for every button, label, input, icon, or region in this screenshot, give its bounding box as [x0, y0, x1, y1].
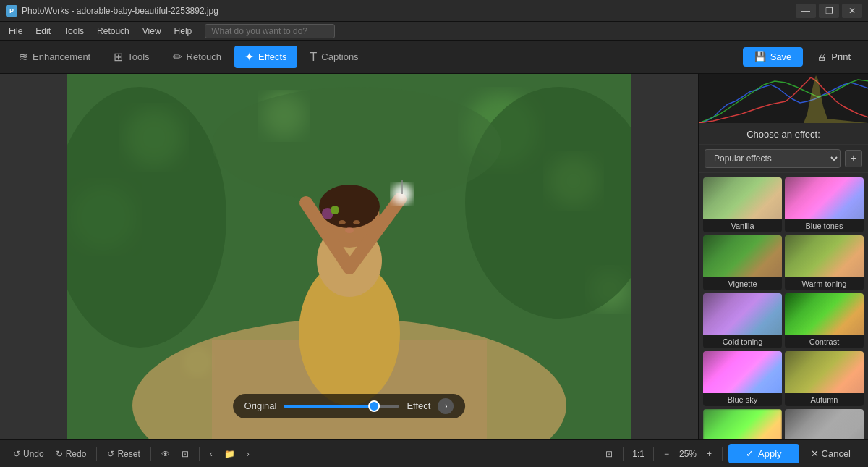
effect-blue-sky-label: Blue sky	[703, 393, 782, 406]
effect-blue-tones[interactable]: Blue tones	[785, 177, 864, 232]
search-input[interactable]	[205, 24, 335, 38]
compare-thumb[interactable]	[368, 400, 380, 412]
svg-point-16	[319, 185, 380, 228]
minimize-button[interactable]: —	[796, 4, 816, 18]
effect-contrast[interactable]: Contrast	[785, 293, 864, 348]
separator-2	[150, 447, 151, 461]
zoom-out-button[interactable]: −	[660, 446, 673, 462]
nav-next-button[interactable]: ›	[242, 446, 254, 462]
apply-button[interactable]: ✓ Apply	[728, 444, 799, 463]
zoom-in-button[interactable]: +	[702, 446, 716, 462]
effect-warm-toning-label: Warm toning	[785, 277, 864, 290]
separator-3	[199, 447, 200, 461]
photo-canvas: Original Effect ›	[67, 74, 631, 439]
choose-effect-title: Choose an effect:	[699, 123, 868, 145]
svg-point-24	[353, 220, 360, 224]
print-label: Print	[831, 51, 851, 62]
menu-tools[interactable]: Tools	[58, 25, 90, 38]
nav-prev-button[interactable]: ‹	[205, 446, 217, 462]
effect-vignette-thumb	[703, 235, 782, 277]
menu-view[interactable]: View	[137, 25, 167, 38]
tab-enhancement-label: Enhancement	[33, 51, 90, 62]
effect-blue-sky-thumb	[703, 351, 782, 393]
redo-button[interactable]: ↻ Redo	[51, 446, 91, 462]
maximize-button[interactable]: ❐	[819, 4, 839, 18]
reset-button[interactable]: ↺ Reset	[103, 446, 144, 462]
enhancement-icon: ≋	[19, 50, 28, 64]
effect-vignette-label: Vignette	[703, 277, 782, 290]
effect-autumn-thumb	[785, 351, 864, 393]
svg-rect-26	[699, 74, 868, 123]
crop-button[interactable]: ⊡	[177, 446, 193, 462]
effect-glow-thumb	[703, 409, 782, 439]
save-button[interactable]: 💾 Save	[743, 47, 804, 67]
separator-5	[653, 447, 654, 461]
effect-warm-toning[interactable]: Warm toning	[785, 235, 864, 290]
main-area: Original Effect ›	[0, 74, 868, 439]
tab-enhancement[interactable]: ≋ Enhancement	[9, 46, 101, 68]
histogram	[699, 74, 868, 123]
titlebar: P PhotoWorks - adorable-baby-beautiful-2…	[0, 0, 868, 22]
undo-label: Undo	[23, 449, 44, 459]
effect-vanilla[interactable]: Vanilla	[703, 177, 782, 232]
menu-help[interactable]: Help	[169, 25, 198, 38]
effect-bw-thumb	[785, 409, 864, 439]
tools-icon: ⊞	[114, 50, 123, 64]
effect-vignette[interactable]: Vignette	[703, 235, 782, 290]
print-button[interactable]: 🖨 Print	[809, 47, 859, 67]
menu-retouch[interactable]: Retouch	[91, 25, 135, 38]
titlebar-title: PhotoWorks - adorable-baby-beautiful-225…	[22, 6, 218, 16]
captions-icon: T	[310, 51, 318, 64]
effect-bw[interactable]: Black & White	[785, 409, 864, 439]
nav-prev-icon: ‹	[210, 449, 213, 459]
compare-track[interactable]	[284, 405, 399, 408]
effect-autumn[interactable]: Autumn	[785, 351, 864, 406]
svg-point-25	[345, 227, 354, 233]
fullscreen-button[interactable]: ⊡	[601, 446, 617, 462]
redo-icon: ↻	[56, 449, 63, 459]
zoom-out-icon: −	[664, 449, 669, 459]
slider-next-icon[interactable]: ›	[438, 398, 454, 414]
effect-cold-toning-label: Cold toning	[703, 335, 782, 348]
reset-icon: ↺	[107, 449, 114, 459]
app-logo: P	[6, 5, 17, 17]
save-icon: 💾	[754, 51, 766, 62]
add-effect-button[interactable]: +	[845, 150, 862, 167]
zoom-ratio-label: 1:1	[629, 449, 647, 459]
tab-tools[interactable]: ⊞ Tools	[103, 46, 159, 68]
print-icon: 🖨	[817, 51, 827, 62]
tab-retouch-label: Retouch	[187, 51, 221, 62]
undo-button[interactable]: ↺ Undo	[9, 446, 48, 462]
open-folder-button[interactable]: 📁	[220, 446, 239, 462]
cancel-button[interactable]: ✕ Cancel	[802, 444, 859, 463]
effects-icon: ✦	[244, 50, 254, 64]
tab-retouch[interactable]: ✏ Retouch	[163, 46, 231, 68]
menu-edit[interactable]: Edit	[30, 25, 56, 38]
compare-slider-bar[interactable]: Original Effect ›	[233, 394, 466, 418]
separator-1	[96, 447, 97, 461]
effect-contrast-thumb	[785, 293, 864, 335]
effect-blue-tones-thumb	[785, 177, 864, 219]
titlebar-controls: — ❐ ✕	[796, 4, 862, 18]
original-label: Original	[244, 400, 277, 411]
save-label: Save	[770, 51, 792, 62]
effects-grid: Vanilla Blue tones Vignette Warm toning	[699, 173, 868, 439]
effects-panel-scroll[interactable]: Choose an effect: Popular effects + Vani…	[699, 123, 868, 439]
compare-fill	[284, 405, 370, 408]
effect-blue-sky[interactable]: Blue sky	[703, 351, 782, 406]
tab-captions[interactable]: T Captions	[300, 46, 369, 68]
effect-cold-toning[interactable]: Cold toning	[703, 293, 782, 348]
preview-button[interactable]: 👁	[157, 446, 174, 462]
crop-icon: ⊡	[182, 449, 189, 459]
close-button[interactable]: ✕	[842, 4, 862, 18]
cancel-x-icon: ✕	[811, 448, 819, 459]
effect-vanilla-label: Vanilla	[703, 219, 782, 232]
tab-effects[interactable]: ✦ Effects	[234, 46, 297, 68]
checkmark-icon: ✓	[746, 448, 754, 459]
effects-category-dropdown[interactable]: Popular effects	[705, 149, 841, 168]
fullscreen-icon: ⊡	[605, 449, 613, 459]
menu-file[interactable]: File	[3, 25, 28, 38]
effect-label: Effect	[407, 400, 430, 411]
redo-label: Redo	[66, 449, 87, 459]
effect-glow[interactable]: Glow	[703, 409, 782, 439]
